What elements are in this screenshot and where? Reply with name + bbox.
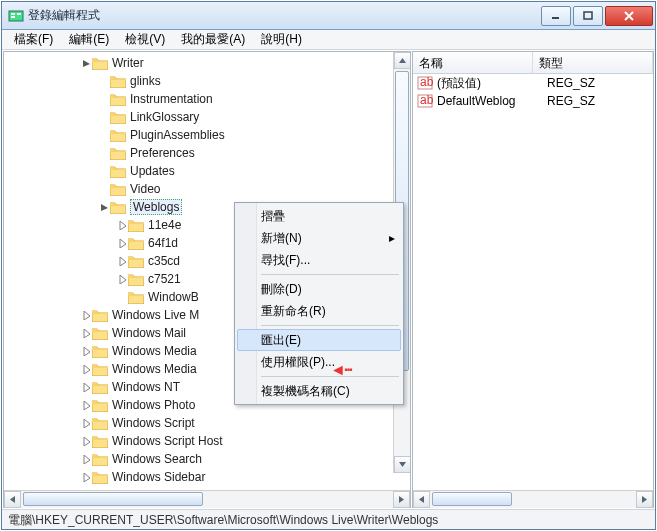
context-menu: 摺疊 新增(N)▸ 尋找(F)... 刪除(D) 重新命名(R) 匯出(E) 使… bbox=[234, 202, 404, 405]
tree-label: 64f1d bbox=[148, 236, 178, 250]
svg-marker-15 bbox=[84, 329, 90, 338]
tree-label: Windows Sidebar bbox=[112, 470, 205, 484]
svg-marker-32 bbox=[419, 496, 424, 503]
values-hscroll[interactable] bbox=[413, 490, 653, 507]
tree-node[interactable]: Updates bbox=[8, 162, 410, 180]
tree-node[interactable]: Instrumentation bbox=[8, 90, 410, 108]
ctx-permissions-label: 使用權限(P)... bbox=[261, 354, 335, 371]
svg-marker-8 bbox=[83, 60, 90, 67]
tree-node-writer[interactable]: Writer bbox=[8, 54, 410, 72]
ctx-export-label: 匯出(E) bbox=[261, 332, 301, 349]
svg-rect-2 bbox=[11, 16, 15, 18]
tree-label: Windows Mail bbox=[112, 326, 186, 340]
scroll-up-button[interactable] bbox=[394, 52, 410, 69]
hscroll-track[interactable] bbox=[21, 491, 393, 508]
svg-rect-3 bbox=[17, 13, 21, 15]
svg-marker-22 bbox=[84, 455, 90, 464]
svg-marker-21 bbox=[84, 437, 90, 446]
col-type-header[interactable]: 類型 bbox=[533, 52, 653, 73]
tree-label: Updates bbox=[130, 164, 175, 178]
svg-marker-23 bbox=[84, 473, 90, 482]
tree-node[interactable]: LinkGlossary bbox=[8, 108, 410, 126]
col-name-header[interactable]: 名稱 bbox=[413, 52, 533, 73]
tree-node[interactable]: Windows Sidebar bbox=[8, 468, 410, 486]
status-path: 電腦\HKEY_CURRENT_USER\Software\Microsoft\… bbox=[8, 513, 438, 527]
svg-marker-33 bbox=[642, 496, 647, 503]
scroll-right-button[interactable] bbox=[393, 491, 410, 508]
ctx-delete[interactable]: 刪除(D) bbox=[237, 278, 401, 300]
values-list[interactable]: ab(預設值)REG_SZabDefaultWeblogREG_SZ bbox=[413, 74, 653, 490]
tree-label: Weblogs bbox=[130, 199, 182, 215]
minimize-button[interactable] bbox=[541, 6, 571, 26]
value-type: REG_SZ bbox=[547, 76, 595, 90]
scroll-right-button[interactable] bbox=[636, 491, 653, 508]
tree-label: Windows Media bbox=[112, 344, 197, 358]
tree-label: Windows Search bbox=[112, 452, 202, 466]
tree-node[interactable]: Preferences bbox=[8, 144, 410, 162]
hscroll-thumb[interactable] bbox=[432, 492, 512, 506]
window-title: 登錄編輯程式 bbox=[28, 7, 539, 24]
tree-label: c7521 bbox=[148, 272, 181, 286]
hscroll-track[interactable] bbox=[430, 491, 636, 508]
ctx-new-label: 新增(N) bbox=[261, 230, 302, 247]
statusbar: 電腦\HKEY_CURRENT_USER\Software\Microsoft\… bbox=[2, 509, 655, 529]
ctx-export[interactable]: 匯出(E) bbox=[237, 329, 401, 351]
ctx-collapse[interactable]: 摺疊 bbox=[237, 205, 401, 227]
svg-marker-9 bbox=[101, 204, 108, 211]
svg-text:ab: ab bbox=[420, 75, 433, 89]
menu-favorites[interactable]: 我的最愛(A) bbox=[173, 29, 253, 50]
scroll-down-button[interactable] bbox=[394, 456, 410, 473]
menu-file[interactable]: 檔案(F) bbox=[6, 29, 61, 50]
tree-node[interactable]: PluginAssemblies bbox=[8, 126, 410, 144]
svg-marker-17 bbox=[84, 365, 90, 374]
tree-hscroll[interactable] bbox=[4, 490, 410, 507]
menubar: 檔案(F) 編輯(E) 檢視(V) 我的最愛(A) 說明(H) bbox=[2, 30, 655, 50]
svg-rect-1 bbox=[11, 13, 15, 15]
ctx-copy-key-name[interactable]: 複製機碼名稱(C) bbox=[237, 380, 401, 402]
maximize-button[interactable] bbox=[573, 6, 603, 26]
values-pane: 名稱 類型 ab(預設值)REG_SZabDefaultWeblogREG_SZ bbox=[412, 51, 654, 508]
svg-marker-26 bbox=[10, 496, 15, 503]
ctx-new[interactable]: 新增(N)▸ bbox=[237, 227, 401, 249]
tree-node[interactable]: glinks bbox=[8, 72, 410, 90]
tree-label: LinkGlossary bbox=[130, 110, 199, 124]
value-type: REG_SZ bbox=[547, 94, 595, 108]
tree-node[interactable]: Video bbox=[8, 180, 410, 198]
tree-pane: WriterglinksInstrumentationLinkGlossaryP… bbox=[3, 51, 411, 508]
menu-help[interactable]: 說明(H) bbox=[253, 29, 310, 50]
regedit-window: 登錄編輯程式 檔案(F) 編輯(E) 檢視(V) 我的最愛(A) 說明(H) W… bbox=[1, 1, 656, 530]
svg-text:ab: ab bbox=[420, 93, 433, 107]
ctx-copy-key-name-label: 複製機碼名稱(C) bbox=[261, 383, 350, 400]
tree-label: WindowB bbox=[148, 290, 199, 304]
tree-label: Instrumentation bbox=[130, 92, 213, 106]
values-header: 名稱 類型 bbox=[413, 52, 653, 74]
value-row[interactable]: ab(預設值)REG_SZ bbox=[413, 74, 653, 92]
ctx-permissions[interactable]: 使用權限(P)... bbox=[237, 351, 401, 373]
ctx-collapse-label: 摺疊 bbox=[261, 208, 285, 225]
value-row[interactable]: abDefaultWeblogREG_SZ bbox=[413, 92, 653, 110]
tree-label: c35cd bbox=[148, 254, 180, 268]
ctx-separator bbox=[261, 274, 399, 275]
svg-marker-13 bbox=[120, 275, 126, 284]
tree-node[interactable]: Windows Script Host bbox=[8, 432, 410, 450]
menu-edit[interactable]: 編輯(E) bbox=[61, 29, 117, 50]
scroll-left-button[interactable] bbox=[4, 491, 21, 508]
tree-node[interactable]: Windows Search bbox=[8, 450, 410, 468]
svg-marker-14 bbox=[84, 311, 90, 320]
scroll-left-button[interactable] bbox=[413, 491, 430, 508]
close-button[interactable] bbox=[605, 6, 653, 26]
value-name: (預設值) bbox=[437, 75, 547, 92]
titlebar[interactable]: 登錄編輯程式 bbox=[2, 2, 655, 30]
svg-marker-25 bbox=[399, 462, 406, 467]
menu-view[interactable]: 檢視(V) bbox=[117, 29, 173, 50]
ctx-rename[interactable]: 重新命名(R) bbox=[237, 300, 401, 322]
tree-label: glinks bbox=[130, 74, 161, 88]
hscroll-thumb[interactable] bbox=[23, 492, 203, 506]
ctx-find[interactable]: 尋找(F)... bbox=[237, 249, 401, 271]
svg-marker-20 bbox=[84, 419, 90, 428]
tree-label: Windows Live M bbox=[112, 308, 199, 322]
svg-marker-18 bbox=[84, 383, 90, 392]
tree-node[interactable]: Windows Script bbox=[8, 414, 410, 432]
ctx-rename-label: 重新命名(R) bbox=[261, 303, 326, 320]
tree-label: Preferences bbox=[130, 146, 195, 160]
